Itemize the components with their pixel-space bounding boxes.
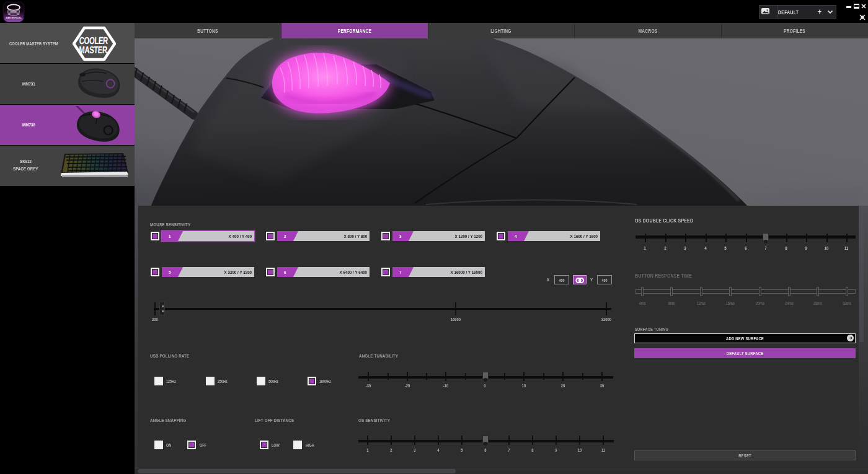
svg-text:MASTER: MASTER: [79, 44, 108, 56]
svg-text:MASTERPLUS+: MASTERPLUS+: [6, 17, 21, 19]
